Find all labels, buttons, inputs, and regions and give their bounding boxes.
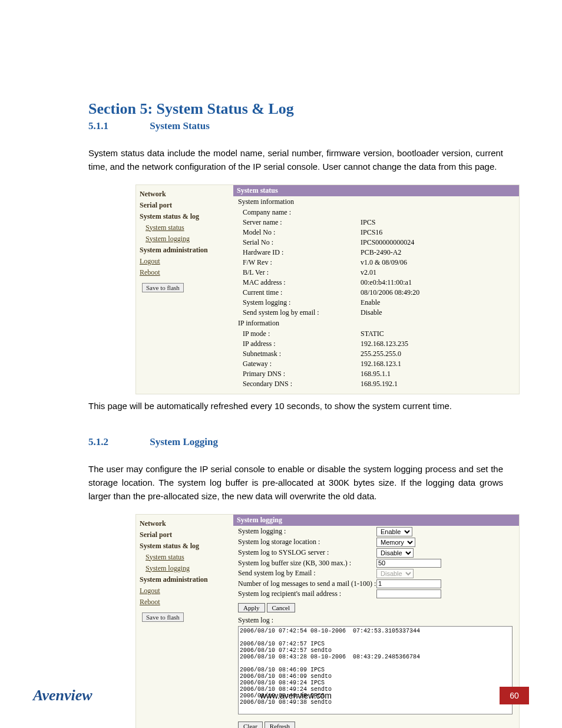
apply-button[interactable]: Apply (238, 603, 265, 612)
status-key: Primary DNS : (233, 369, 361, 379)
nav-network[interactable]: Network (140, 519, 233, 528)
refresh-button[interactable]: Refresh (265, 722, 295, 729)
label-buffer-size: System log buffer size (KB, 300 max.) : (238, 559, 376, 568)
row-storage-location: System log storage location : Memory (238, 538, 519, 547)
status-row: System logging :Enable (233, 298, 519, 308)
status-value: IPCS (361, 218, 519, 228)
status-key: F/W Rev : (233, 258, 361, 268)
status-key: Model No : (233, 228, 361, 238)
status-key: System logging : (233, 298, 361, 308)
nav-logout[interactable]: Logout (140, 587, 233, 595)
nav-reboot[interactable]: Reboot (140, 268, 233, 277)
document-page: Section 5: System Status & Log 5.1.1 Sys… (0, 0, 562, 728)
status-key: Serial No : (233, 238, 361, 248)
status-row: Subnetmask :255.255.255.0 (233, 349, 519, 359)
nav-status-log[interactable]: System status & log (140, 542, 233, 551)
status-row: Current time :08/10/2006 08:49:20 (233, 288, 519, 298)
status-row: Serial No :IPCS00000000024 (233, 238, 519, 248)
status-rows-1: Company name :Server name :IPCSModel No … (233, 207, 519, 318)
subsection-title: System Status (150, 120, 210, 131)
status-key: Gateway : (233, 359, 361, 369)
status-row: IP mode :STATIC (233, 329, 519, 339)
status-row: B/L Ver :v2.01 (233, 268, 519, 278)
status-row: Server name :IPCS (233, 218, 519, 228)
status-row: IP address :192.168.123.235 (233, 339, 519, 349)
select-syslog-server[interactable]: Disable (376, 548, 414, 558)
status-row: Gateway :192.168.123.1 (233, 359, 519, 369)
nav-system-admin[interactable]: System administration (140, 575, 233, 584)
status-value: IPCS16 (361, 228, 519, 238)
status-key: Subnetmask : (233, 349, 361, 359)
status-value: 08/10/2006 08:49:20 (361, 288, 519, 298)
label-num-messages: Number of log messages to send a mail (1… (238, 579, 376, 588)
nav-reboot[interactable]: Reboot (140, 598, 233, 607)
status-value: PCB-2490-A2 (361, 248, 519, 258)
label-syslog-server: System log to SYSLOG server : (238, 548, 376, 557)
status-row: Model No :IPCS16 (233, 228, 519, 238)
status-key: IP address : (233, 339, 361, 349)
status-key: Server name : (233, 218, 361, 228)
status-value: IPCS00000000024 (361, 238, 519, 248)
nav-system-status[interactable]: System status (146, 223, 233, 232)
status-value: 192.168.123.1 (361, 359, 519, 369)
nav-system-logging[interactable]: System logging (146, 235, 233, 243)
row-syslog-server: System log to SYSLOG server : Disable (238, 548, 519, 558)
status-row: Primary DNS :168.95.1.1 (233, 369, 519, 379)
paragraph-1: System status data include the model nam… (88, 146, 503, 174)
system-status-screenshot: Network Serial port System status & log … (135, 185, 520, 394)
status-value: v2.01 (361, 268, 519, 278)
status-value: 255.255.255.0 (361, 349, 519, 359)
status-value: Disable (361, 308, 519, 318)
status-rows-2: IP mode :STATICIP address :192.168.123.2… (233, 329, 519, 389)
page-number: 60 (500, 687, 529, 704)
nav-serial-port[interactable]: Serial port (140, 201, 233, 210)
status-key: MAC address : (233, 278, 361, 288)
status-key: IP mode : (233, 329, 361, 339)
nav-serial-port[interactable]: Serial port (140, 531, 233, 539)
brand-logo: Avenview (33, 687, 92, 704)
save-to-flash-button[interactable]: Save to flash (142, 283, 184, 292)
select-system-logging[interactable]: Enable (376, 527, 412, 536)
logging-title-bar: System logging (233, 515, 519, 526)
row-num-messages: Number of log messages to send a mail (1… (238, 579, 519, 588)
clear-button[interactable]: Clear (238, 722, 263, 729)
row-send-email: Send system log by Email : Disable (238, 569, 519, 578)
subsection-5-1-2: 5.1.2 System Logging (88, 436, 503, 448)
status-content: System status System information Company… (233, 185, 519, 394)
page-footer: Avenview www.avenview.com 60 (0, 687, 562, 704)
subsection-number: 5.1.2 (88, 436, 147, 448)
subsection-5-1-1: 5.1.1 System Status (88, 120, 503, 132)
clear-refresh-buttons: Clear Refresh (238, 722, 519, 729)
status-key: Current time : (233, 288, 361, 298)
input-recipient-mail[interactable] (376, 589, 441, 598)
paragraph-3: The user may configure the IP serial con… (88, 462, 503, 503)
nav-system-status[interactable]: System status (146, 553, 233, 562)
nav-status-log[interactable]: System status & log (140, 212, 233, 221)
nav-system-logging[interactable]: System logging (146, 564, 233, 573)
status-row: Send system log by email :Disable (233, 308, 519, 318)
label-recipient-mail: System log recipient's mail address : (238, 589, 376, 598)
row-buffer-size: System log buffer size (KB, 300 max.) : (238, 559, 519, 568)
status-key: Send system log by email : (233, 308, 361, 318)
input-buffer-size[interactable] (376, 559, 441, 568)
nav-logout[interactable]: Logout (140, 257, 233, 266)
subsection-number: 5.1.1 (88, 120, 147, 132)
nav-sidebar: Network Serial port System status & log … (136, 185, 233, 394)
status-value: 168.95.1.1 (361, 369, 519, 379)
select-send-email[interactable]: Disable (376, 569, 414, 578)
nav-network[interactable]: Network (140, 190, 233, 199)
apply-cancel-buttons: Apply Cancel (238, 603, 519, 612)
status-value: Enable (361, 298, 519, 308)
paragraph-2: This page will be automatically refreshe… (88, 399, 503, 413)
footer-url: www.avenview.com (260, 691, 332, 700)
row-recipient-mail: System log recipient's mail address : (238, 589, 519, 598)
input-num-messages[interactable] (376, 579, 441, 588)
select-storage-location[interactable]: Memory (376, 538, 415, 547)
status-key: B/L Ver : (233, 268, 361, 278)
group-ip-info: IP information (233, 318, 519, 329)
label-system-logging: System logging : (238, 527, 376, 536)
nav-system-admin[interactable]: System administration (140, 246, 233, 255)
cancel-button[interactable]: Cancel (267, 603, 296, 612)
save-to-flash-button[interactable]: Save to flash (142, 612, 184, 622)
status-row: Company name : (233, 207, 519, 218)
